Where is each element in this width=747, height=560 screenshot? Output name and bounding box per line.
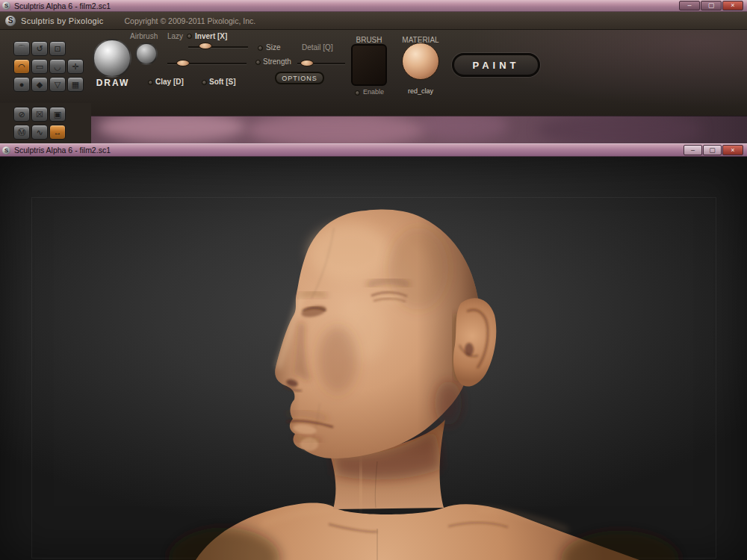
symmetry-icon: ⊘	[18, 111, 25, 119]
tool-clear-mask-button[interactable]: ☒	[31, 107, 48, 122]
clay-radio[interactable]	[148, 80, 153, 85]
tool-draw-button[interactable]: ◠	[13, 59, 30, 74]
minimize-button[interactable]: –	[684, 145, 702, 155]
close-button[interactable]: ×	[722, 145, 743, 155]
brush-size-slider[interactable]	[188, 46, 248, 48]
draw-icon: ◠	[18, 63, 25, 71]
clear-mask-icon: ☒	[36, 111, 43, 119]
brush-enable-label[interactable]: Enable	[363, 88, 384, 96]
tool-material-view-button[interactable]: Ⓜ	[13, 125, 30, 140]
sculpt-viewport[interactable]	[0, 157, 747, 560]
subdivide-icon: ▦	[72, 81, 79, 89]
tool-inflate-button[interactable]: ●	[13, 77, 30, 92]
tool-smooth-button[interactable]: ◡	[49, 59, 66, 74]
desktop-blur-blob	[538, 116, 702, 143]
maximize-button[interactable]: ▢	[701, 1, 722, 10]
invert-label[interactable]: Invert [X]	[195, 32, 227, 40]
tool-crease-button[interactable]: ⌒	[13, 41, 30, 56]
sculptris-app: { "app_icon": "S", "window_top": { "titl…	[0, 0, 747, 560]
titlebar-top[interactable]: S Sculptris Alpha 6 - film2.sc1 – ▢ ×	[0, 0, 747, 12]
window-controls: – ▢ ×	[684, 145, 743, 155]
window-title: Sculptris Alpha 6 - film2.sc1	[14, 1, 111, 10]
pinch-icon: ◆	[37, 81, 43, 89]
tool-grab-button[interactable]: ✛	[67, 59, 84, 74]
desktop-blur-blob	[418, 116, 508, 140]
clay-label[interactable]: Clay [D]	[155, 78, 184, 86]
app-name: Sculptris by Pixologic	[21, 16, 104, 25]
flatten-icon: ▭	[36, 63, 43, 71]
airbrush-preview-sphere[interactable]	[135, 43, 158, 65]
sculpt-ear	[453, 298, 496, 386]
window-controls: – ▢ ×	[679, 1, 743, 10]
strength-pressure-radio[interactable]	[255, 60, 261, 65]
tool-flatten-button[interactable]: ▭	[31, 59, 48, 74]
grid-view-icon: ▣	[54, 111, 61, 119]
material-name: red_clay	[400, 87, 441, 95]
paint-button[interactable]: PAINT	[452, 53, 540, 77]
invert-radio[interactable]	[187, 34, 192, 39]
scale-icon: ⊡	[54, 45, 61, 53]
detail-handle[interactable]	[300, 60, 314, 66]
toolbar: ⌒ ↺ ⊡ ◠ ▭ ◡ ✛ ● ◆ ▽ ▦ ⊘ ☒ ▣ Ⓜ ∿ ↔ DRAW A…	[0, 30, 747, 143]
draw-mode-label: DRAW	[91, 78, 134, 88]
wireframe-icon: ∿	[36, 128, 43, 137]
brush-preview-sphere[interactable]	[93, 39, 131, 78]
tool-subdivide-button[interactable]: ▦	[67, 77, 84, 92]
desktop-blur-blob	[97, 116, 247, 142]
detail-label[interactable]: Detail [Q]	[302, 43, 333, 52]
menubar: S Sculptris by Pixologic Copyright © 200…	[0, 12, 747, 30]
desktop-blur-blob	[247, 116, 426, 143]
tool-grid-view-button[interactable]: ▣	[49, 107, 66, 122]
rotate-icon: ↺	[36, 45, 43, 53]
reduce-icon: ▽	[55, 81, 61, 89]
tool-symmetry-button[interactable]: ⊘	[13, 107, 30, 122]
material-sphere[interactable]	[402, 43, 439, 80]
soft-radio[interactable]	[202, 80, 207, 85]
brush-texture-swatch[interactable]	[351, 44, 387, 86]
soft-label[interactable]: Soft [S]	[209, 78, 236, 86]
sculptris-logo-icon: S	[5, 16, 16, 26]
maximize-button[interactable]: ▢	[703, 145, 722, 155]
app-window-icon: S	[2, 1, 10, 10]
brush-size-handle[interactable]	[199, 43, 212, 49]
app-window-icon: S	[2, 146, 10, 155]
desktop-gap-band	[0, 116, 747, 143]
minimize-button[interactable]: –	[679, 1, 700, 10]
material-view-icon: Ⓜ	[18, 128, 26, 137]
tool-pan-view-button[interactable]: ↔	[49, 125, 66, 140]
grab-icon: ✛	[72, 63, 78, 71]
inflate-icon: ●	[19, 81, 25, 89]
tool-reduce-button[interactable]: ▽	[49, 77, 66, 92]
copyright-text: Copyright © 2009-2011 Pixologic, Inc.	[125, 16, 256, 25]
smooth-icon: ◡	[54, 63, 61, 71]
airbrush-label[interactable]: Airbrush	[130, 32, 158, 40]
pan-view-icon: ↔	[54, 128, 62, 137]
window-title: Sculptris Alpha 6 - film2.sc1	[14, 146, 111, 155]
lazy-label[interactable]: Lazy	[167, 32, 183, 40]
brush-enable-radio[interactable]	[355, 90, 360, 96]
sculpt-canvas[interactable]	[0, 157, 747, 560]
tool-wireframe-button[interactable]: ∿	[31, 125, 48, 140]
titlebar-bottom[interactable]: S Sculptris Alpha 6 - film2.sc1 – ▢ ×	[0, 143, 747, 157]
sculpt-body	[168, 503, 680, 560]
options-button[interactable]: OPTIONS	[275, 72, 324, 84]
strength-label[interactable]: Strength	[263, 57, 291, 66]
close-button[interactable]: ×	[722, 1, 743, 10]
crease-icon: ⌒	[18, 45, 26, 53]
brush-strength-handle[interactable]	[176, 60, 190, 66]
tool-scale-button[interactable]: ⊡	[49, 41, 66, 56]
size-label[interactable]: Size	[266, 43, 280, 52]
tool-pinch-button[interactable]: ◆	[31, 77, 48, 92]
size-pressure-radio[interactable]	[258, 46, 263, 51]
brush-section-label: BRUSH	[351, 36, 387, 44]
tool-rotate-button[interactable]: ↺	[31, 41, 48, 56]
